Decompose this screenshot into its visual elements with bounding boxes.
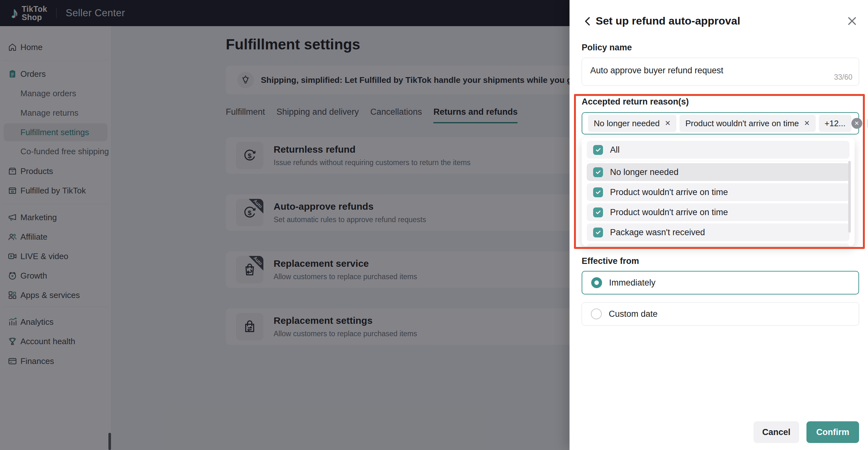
cancel-button[interactable]: Cancel — [753, 421, 799, 443]
checkbox-checked-icon[interactable] — [593, 207, 603, 217]
tag-remove-icon[interactable]: ✕ — [804, 120, 810, 127]
option-label: Product wouldn't arrive on time — [610, 207, 728, 217]
back-chevron-icon[interactable] — [582, 15, 594, 27]
option-package-wasnt-received[interactable]: Package wasn't received — [587, 223, 849, 241]
dropdown-divider — [587, 161, 849, 161]
option-no-longer-needed[interactable]: No longer needed — [587, 163, 849, 181]
checkbox-checked-icon[interactable] — [593, 228, 603, 237]
option-label: Package wasn't received — [610, 228, 705, 237]
select-divider — [867, 119, 868, 127]
selected-reason-tag: Product wouldn't arrive on time ✕ — [680, 115, 816, 132]
radio-option-immediately[interactable]: Immediately — [582, 271, 859, 294]
option-label: All — [610, 145, 620, 155]
option-all[interactable]: All — [587, 141, 849, 159]
drawer-title: Set up refund auto-approval — [596, 15, 740, 27]
selected-reason-tag: No longer needed ✕ — [588, 115, 676, 132]
policy-name-input[interactable]: Auto approve buyer refund request 33/60 — [582, 58, 859, 86]
tag-label: Product wouldn't arrive on time — [685, 119, 799, 128]
confirm-button[interactable]: Confirm — [806, 421, 859, 443]
return-reasons-multiselect[interactable]: No longer needed ✕ Product wouldn't arri… — [582, 112, 859, 134]
option-label: No longer needed — [610, 167, 679, 177]
more-reasons-tag[interactable]: +12... — [819, 115, 851, 132]
effective-from-label: Effective from — [582, 256, 639, 266]
checkbox-checked-icon[interactable] — [593, 145, 603, 155]
dropdown-scrollbar-thumb[interactable] — [848, 161, 851, 233]
clear-all-icon[interactable]: ✕ — [851, 118, 862, 129]
policy-name-label: Policy name — [582, 43, 632, 53]
tag-remove-icon[interactable]: ✕ — [665, 120, 671, 127]
close-icon[interactable] — [846, 15, 858, 27]
modal-overlay-scrim — [0, 0, 569, 450]
refund-auto-approval-drawer: Set up refund auto-approval Policy name … — [569, 0, 868, 450]
accepted-return-reasons-label: Accepted return reason(s) — [582, 97, 689, 107]
tag-label: +12... — [825, 119, 846, 128]
option-partial-row[interactable] — [587, 244, 849, 246]
radio-unselected-icon[interactable] — [591, 309, 602, 319]
character-counter: 33/60 — [834, 73, 852, 82]
option-product-wouldnt-arrive-1[interactable]: Product wouldn't arrive on time — [587, 183, 849, 201]
radio-option-custom-date[interactable]: Custom date — [582, 302, 859, 326]
tag-label: No longer needed — [594, 119, 660, 128]
radio-label: Immediately — [609, 278, 656, 288]
option-label: Product wouldn't arrive on time — [610, 187, 728, 197]
return-reasons-dropdown: All No longer needed Product wouldn't ar… — [582, 138, 855, 246]
checkbox-checked-icon[interactable] — [593, 167, 603, 177]
radio-label: Custom date — [609, 309, 657, 319]
option-product-wouldnt-arrive-2[interactable]: Product wouldn't arrive on time — [587, 203, 849, 221]
checkbox-checked-icon[interactable] — [593, 187, 603, 197]
radio-selected-icon[interactable] — [591, 277, 602, 288]
policy-name-value: Auto approve buyer refund request — [590, 66, 723, 75]
